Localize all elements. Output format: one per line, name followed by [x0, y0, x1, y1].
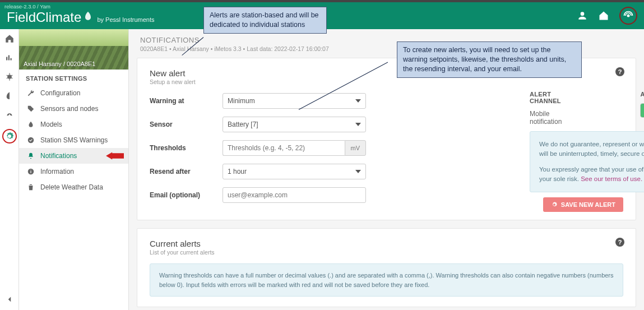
save-button-label: SAVE NEW ALERT [561, 201, 615, 208]
terms-link[interactable]: See our terms of use. [581, 175, 642, 182]
gear-icon [4, 131, 15, 141]
broadcast-icon [623, 10, 634, 21]
email-input[interactable] [223, 187, 366, 203]
active-head: ACTIVE [640, 91, 644, 98]
current-alerts-panel: ? Current alerts List of your current al… [137, 228, 636, 307]
sidebar: Axial Harsany / 0020A8E1 STATION SETTING… [19, 29, 129, 310]
brand-subtitle: by Pessl Instruments [97, 16, 154, 23]
resend-label: Resend after [150, 168, 223, 175]
panel-title: Current alerts [150, 239, 623, 248]
sidebar-item-label: Models [40, 121, 62, 128]
sensor-select[interactable]: Battery [7] [223, 117, 366, 132]
thresholds-hint: Warning thresholds can have a full numbe… [150, 263, 623, 297]
sensor-label: Sensor [150, 121, 223, 128]
sidebar-item-label: Information [40, 168, 74, 175]
panel-subtitle: List of your current alerts [150, 249, 623, 256]
thresholds-unit: mV [345, 140, 367, 156]
resend-select[interactable]: 1 hour [223, 164, 366, 179]
callout-2: To create new alerts, you will need to s… [397, 41, 582, 78]
sidebar-item-label: Delete Weather Data [40, 183, 103, 191]
warning-at-label: Warning at [150, 97, 223, 105]
panel-subtitle: Setup a new alert [150, 78, 623, 85]
sidebar-item-delete[interactable]: Delete Weather Data [19, 179, 128, 195]
active-yes-button[interactable]: Yes [641, 104, 644, 117]
service-disclaimer: We do not guarantee, represent or warran… [530, 131, 644, 192]
left-rail [0, 29, 19, 310]
gear-icon [551, 201, 558, 208]
sprout-icon[interactable] [4, 110, 15, 120]
leaf-icon[interactable] [4, 91, 15, 101]
sidebar-item-configuration[interactable]: Configuration [19, 85, 128, 101]
user-icon[interactable] [577, 10, 588, 21]
alert-channel-head: ALERT CHANNEL [530, 91, 562, 104]
house-icon[interactable] [598, 10, 609, 21]
svg-point-2 [28, 137, 34, 144]
help-icon[interactable]: ? [615, 67, 624, 76]
sidebar-item-label: Notifications [40, 152, 77, 160]
release-tag: release-2.3.0 / Yam [4, 3, 50, 10]
svg-rect-4 [30, 171, 31, 173]
chart-icon[interactable] [4, 53, 15, 63]
sidebar-item-information[interactable]: Information [19, 164, 128, 179]
broadcast-icon-circled[interactable] [619, 7, 637, 25]
email-label: Email (optional) [150, 191, 223, 199]
red-arrow-icon [106, 152, 124, 160]
disclaimer-line1: We do not guarantee, represent or warran… [539, 140, 644, 159]
home-icon[interactable] [4, 34, 15, 44]
svg-point-1 [7, 75, 12, 79]
check-badge-icon [27, 136, 35, 144]
sidebar-item-label: Station SMS Warnings [40, 136, 108, 144]
thresholds-label: Thresholds [150, 144, 223, 152]
active-toggle: Yes No [640, 103, 644, 118]
thresholds-input[interactable] [223, 140, 345, 156]
leaf-icon [82, 11, 94, 22]
warning-at-select[interactable]: Minimum [223, 93, 366, 109]
sidebar-section-title: STATION SETTINGS [19, 70, 128, 85]
svg-point-0 [627, 15, 630, 17]
station-label: Axial Harsany / 0020A8E1 [24, 61, 95, 67]
new-alert-panel: ? New alert Setup a new alert Warning at… [137, 58, 636, 220]
bell-icon [27, 152, 35, 160]
chevron-left-icon[interactable] [4, 294, 15, 304]
brand-logo: FieldClimate by Pessl Instruments [7, 10, 154, 25]
sidebar-item-label: Configuration [40, 89, 80, 97]
sidebar-item-sms[interactable]: Station SMS Warnings [19, 132, 128, 148]
sidebar-item-notifications[interactable]: Notifications [19, 148, 128, 164]
bug-icon[interactable] [4, 72, 15, 82]
drop-icon [27, 121, 35, 128]
help-icon[interactable]: ? [615, 238, 624, 247]
callout-1: Alerts are station-based and will be ded… [203, 7, 327, 34]
alert-channel-text: Mobile notification [530, 110, 562, 126]
save-new-alert-button[interactable]: SAVE NEW ALERT [543, 197, 623, 212]
wrench-icon [27, 89, 35, 97]
station-banner: Axial Harsany / 0020A8E1 [19, 29, 128, 70]
sidebar-item-label: Sensors and nodes [40, 105, 98, 113]
trash-icon [27, 183, 35, 191]
tag-icon [27, 105, 35, 113]
info-icon [27, 168, 35, 175]
sidebar-item-models[interactable]: Models [19, 117, 128, 132]
settings-rail-circled[interactable] [2, 129, 17, 144]
sidebar-item-sensors[interactable]: Sensors and nodes [19, 101, 128, 117]
svg-point-5 [30, 169, 31, 170]
